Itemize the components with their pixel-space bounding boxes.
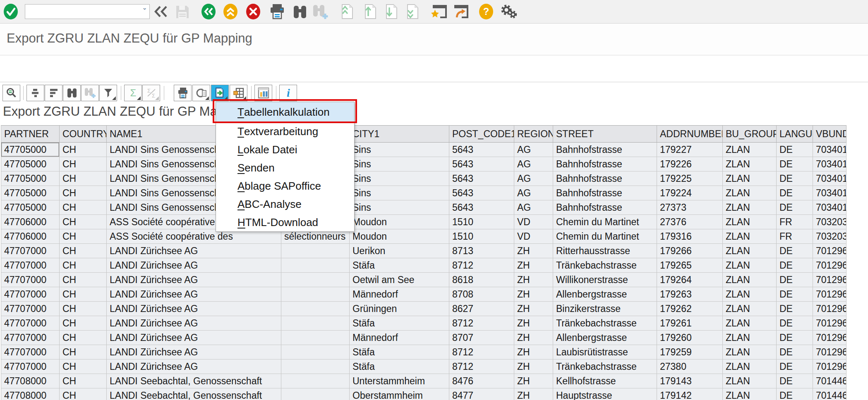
table-cell[interactable]: 5643 — [449, 186, 514, 200]
create-shortcut-button[interactable] — [453, 4, 469, 19]
table-cell[interactable]: DE — [777, 171, 813, 186]
table-cell[interactable]: CH — [60, 316, 107, 330]
table-cell[interactable]: ZLAN — [723, 171, 777, 186]
table-cell[interactable]: DE — [777, 244, 813, 258]
column-header-BU_GROUP[interactable]: BU_GROUP — [723, 126, 777, 142]
table-cell[interactable]: Bahnhofstrasse — [553, 186, 657, 200]
table-cell[interactable]: 8708 — [449, 287, 514, 301]
last-page-button[interactable] — [405, 4, 419, 19]
table-cell[interactable]: 47705000 — [1, 171, 60, 186]
table-cell[interactable]: ZLAN — [723, 360, 777, 374]
table-cell[interactable]: Bahnhofstrasse — [553, 171, 657, 186]
table-cell[interactable]: ZLAN — [723, 388, 777, 400]
table-cell[interactable]: 47707000 — [1, 244, 60, 258]
table-cell[interactable]: AG — [514, 143, 553, 157]
table-cell[interactable]: ZH — [514, 331, 553, 345]
table-cell[interactable]: ZLAN — [723, 258, 777, 272]
cancel-button[interactable] — [246, 3, 261, 20]
table-cell[interactable]: 27376 — [657, 215, 723, 229]
new-session-button[interactable] — [431, 4, 448, 19]
details-button[interactable] — [2, 85, 20, 101]
table-cell[interactable]: CH — [60, 200, 107, 214]
table-cell[interactable]: Chemin du Martinet — [553, 229, 657, 243]
table-cell[interactable]: 8707 — [449, 331, 514, 345]
table-cell[interactable]: 5643 — [449, 200, 514, 214]
table-cell[interactable]: ZH — [514, 244, 553, 258]
table-cell[interactable]: Stäfa — [350, 345, 449, 359]
table-cell[interactable]: 47707000 — [1, 273, 60, 287]
column-header-COUNTRY[interactable]: COUNTRY — [60, 126, 107, 142]
table-cell[interactable]: 8627 — [449, 302, 514, 316]
table-cell[interactable]: Tränkebachstrasse — [553, 316, 657, 330]
table-cell[interactable]: Kellhofstrasse — [553, 374, 657, 388]
command-field[interactable]: ˇ — [25, 4, 150, 19]
table-cell[interactable]: ZLAN — [723, 345, 777, 359]
table-cell[interactable]: Allenbergstrasse — [553, 331, 657, 345]
table-cell[interactable]: ZLAN — [723, 244, 777, 258]
column-header-REGION[interactable]: REGION — [514, 126, 553, 142]
table-cell[interactable]: 701296 — [813, 331, 846, 345]
table-cell[interactable]: DE — [777, 273, 813, 287]
table-cell[interactable]: LANDI Zürichsee AG — [107, 273, 281, 287]
page-up-button[interactable] — [363, 4, 376, 19]
table-cell[interactable]: CH — [60, 229, 107, 243]
table-cell[interactable]: 5643 — [449, 143, 514, 157]
table-cell[interactable]: 703401 — [813, 171, 846, 186]
table-cell[interactable]: 701296 — [813, 287, 846, 301]
table-cell[interactable]: 8477 — [449, 388, 514, 400]
exit-button[interactable] — [223, 3, 238, 20]
table-cell[interactable]: DE — [777, 258, 813, 272]
help-button[interactable]: ? — [479, 3, 494, 20]
table-cell[interactable]: 179266 — [657, 244, 723, 258]
print-button[interactable] — [174, 85, 192, 101]
table-cell[interactable]: CH — [60, 258, 107, 272]
table-cell[interactable]: DE — [777, 143, 813, 157]
table-cell[interactable]: 5643 — [449, 171, 514, 186]
menu-item-senden[interactable]: Senden — [216, 159, 354, 177]
table-cell[interactable] — [281, 258, 350, 272]
subtotals-button[interactable]: ΣΣ — [142, 85, 160, 101]
table-cell[interactable]: ZLAN — [723, 302, 777, 316]
table-cell[interactable]: ZLAN — [723, 186, 777, 200]
table-cell[interactable]: Stäfa — [350, 258, 449, 272]
table-cell[interactable]: 703401 — [813, 186, 846, 200]
table-cell[interactable]: Willikonerstrasse — [553, 273, 657, 287]
table-cell[interactable]: 179264 — [657, 273, 723, 287]
table-cell[interactable]: DE — [777, 360, 813, 374]
table-cell[interactable]: 703203 — [813, 229, 846, 243]
table-cell[interactable]: 1510 — [449, 229, 514, 243]
find-next-button[interactable] — [81, 85, 99, 101]
table-cell[interactable]: VD — [514, 229, 553, 243]
table-cell[interactable]: CH — [60, 171, 107, 186]
table-cell[interactable]: 27373 — [657, 200, 723, 214]
table-cell[interactable]: DE — [777, 331, 813, 345]
table-cell[interactable]: DE — [777, 200, 813, 214]
table-cell[interactable]: 8713 — [449, 244, 514, 258]
table-cell[interactable]: 8712 — [449, 345, 514, 359]
table-cell[interactable]: 703401 — [813, 157, 846, 171]
menu-item-abc-analyse[interactable]: ABC-Analyse — [216, 195, 354, 213]
table-cell[interactable] — [281, 302, 350, 316]
table-cell[interactable]: 179142 — [657, 388, 723, 400]
enter-button[interactable] — [3, 3, 18, 20]
table-cell[interactable]: ZH — [514, 316, 553, 330]
info-button[interactable]: i — [279, 85, 297, 101]
menu-item-html-download[interactable]: HTML-Download — [216, 213, 354, 231]
table-cell[interactable]: 1510 — [449, 215, 514, 229]
table-cell[interactable]: 179316 — [657, 229, 723, 243]
table-cell[interactable]: CH — [60, 215, 107, 229]
table-cell[interactable]: AG — [514, 200, 553, 214]
table-cell[interactable]: Allenbergstrasse — [553, 287, 657, 301]
menu-item-lokale-datei[interactable]: Lokale Datei — [216, 140, 354, 159]
table-cell[interactable]: LANDI Zürichsee AG — [107, 316, 281, 330]
table-cell[interactable]: DE — [777, 316, 813, 330]
table-cell[interactable]: Moudon — [350, 215, 449, 229]
table-cell[interactable]: Sins — [350, 171, 449, 186]
table-cell[interactable]: 47706000 — [1, 229, 60, 243]
menu-item-tabellenkalkulation[interactable]: Tabellenkalkulation — [216, 102, 354, 122]
table-cell[interactable]: AG — [514, 171, 553, 186]
table-cell[interactable]: 47708000 — [1, 388, 60, 400]
table-cell[interactable]: Sins — [350, 200, 449, 214]
back-button[interactable] — [201, 3, 216, 20]
table-cell[interactable]: LANDI Seebachtal, Genossenschaft — [107, 374, 281, 388]
